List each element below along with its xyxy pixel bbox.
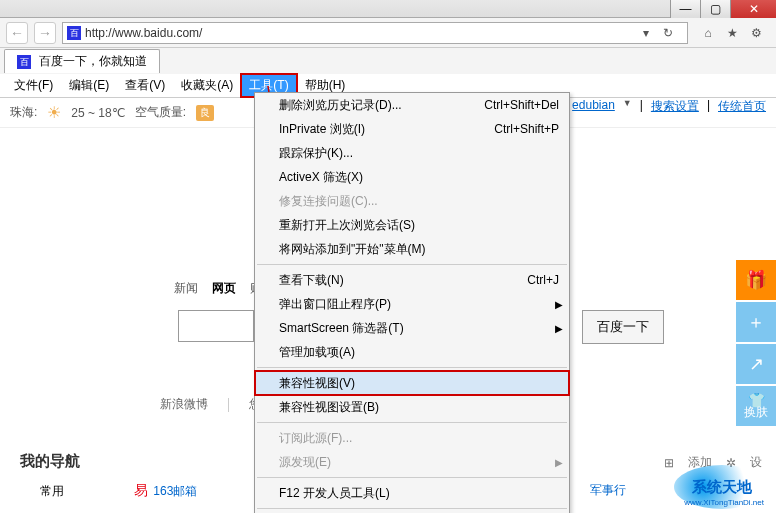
share-icon[interactable]: ↗ [736,344,776,384]
watermark-logo: 系统天地 www.XiTongTianDi.net [674,465,770,509]
gift-icon[interactable]: 🎁 [736,260,776,300]
side-panel: 🎁 ＋ ↗ 👕 换肤 [736,260,776,426]
maximize-button[interactable]: ▢ [700,0,730,18]
menu-item[interactable]: 重新打开上次浏览会话(S) [255,213,569,237]
nav-web[interactable]: 网页 [212,280,236,297]
search-input[interactable] [178,310,254,342]
submenu-arrow-icon: ▶ [555,323,563,334]
browser-toolbar-icons: ⌂ ★ ⚙ [694,25,770,41]
close-button[interactable]: ✕ [730,0,776,18]
url-text: http://www.baidu.com/ [85,26,643,40]
minimize-button[interactable]: — [670,0,700,18]
link-search-settings[interactable]: 搜索设置 [651,98,699,115]
menu-item-label: 重新打开上次浏览会话(S) [279,217,415,234]
menu-separator [257,508,567,509]
menu-item-label: 弹出窗口阻止程序(P) [279,296,391,313]
favorites-icon[interactable]: ★ [724,25,740,41]
dropdown-icon[interactable]: ▾ [643,26,663,40]
browser-tab[interactable]: 百 百度一下，你就知道 [4,49,160,73]
menu-view[interactable]: 查看(V) [117,74,173,97]
menu-item[interactable]: 管理加载项(A) [255,340,569,364]
window-titlebar: — ▢ ✕ [0,0,776,18]
menu-shortcut: Ctrl+Shift+Del [484,98,559,112]
menu-separator [257,422,567,423]
sina-weibo-label[interactable]: 新浪微博 [160,396,208,413]
menu-shortcut: Ctrl+J [527,273,559,287]
chevron-down-icon[interactable]: ▼ [623,98,632,115]
menu-item-label: InPrivate 浏览(I) [279,121,365,138]
menu-item-label: F12 开发人员工具(L) [279,485,390,502]
menu-item-label: 修复连接问题(C)... [279,193,378,210]
menu-item: 源发现(E)▶ [255,450,569,474]
menu-item: 修复连接问题(C)... [255,189,569,213]
menu-item-label: SmartScreen 筛选器(T) [279,320,404,337]
weibo-row: 新浪微博 您 [160,396,261,413]
settings-link[interactable]: 设 [750,454,762,471]
address-bar-area: ← → 百 http://www.baidu.com/ ▾ ↻ ⌂ ★ ⚙ [0,18,776,48]
plus-icon: ⊞ [664,456,674,470]
aqi-label: 空气质量: [135,104,186,121]
divider: | [707,98,710,115]
tools-dropdown: 删除浏览历史记录(D)...Ctrl+Shift+DelInPrivate 浏览… [254,92,570,513]
menu-file[interactable]: 文件(F) [6,74,61,97]
my-navigation-title: 我的导航 [20,452,80,471]
menu-item[interactable]: ActiveX 筛选(X) [255,165,569,189]
menu-item-label: 订阅此源(F)... [279,430,352,447]
menu-item-label: 删除浏览历史记录(D)... [279,97,402,114]
netease-icon: 易 [134,482,148,498]
submenu-arrow-icon: ▶ [555,457,563,468]
nav-news[interactable]: 新闻 [174,280,198,297]
link-edubian[interactable]: edubian [572,98,615,115]
shortcut-163mail[interactable]: 易 163邮箱 [134,482,197,500]
menu-separator [257,367,567,368]
menu-item[interactable]: InPrivate 浏览(I)Ctrl+Shift+P [255,117,569,141]
menu-item[interactable]: 将网站添加到"开始"菜单(M) [255,237,569,261]
address-bar[interactable]: 百 http://www.baidu.com/ ▾ ↻ [62,22,688,44]
menu-item[interactable]: 查看下载(N)Ctrl+J [255,268,569,292]
home-icon[interactable]: ⌂ [700,25,716,41]
menu-item[interactable]: 删除浏览历史记录(D)...Ctrl+Shift+Del [255,93,569,117]
menu-item-label: 源发现(E) [279,454,331,471]
submenu-arrow-icon: ▶ [555,299,563,310]
menu-item[interactable]: 兼容性视图设置(B) [255,395,569,419]
menu-edit[interactable]: 编辑(E) [61,74,117,97]
back-button[interactable]: ← [6,22,28,44]
search-button[interactable]: 百度一下 [582,310,664,344]
city-label: 珠海: [10,104,37,121]
divider: | [640,98,643,115]
search-area [178,310,254,342]
menu-shortcut: Ctrl+Shift+P [494,122,559,136]
menu-item-label: 查看下载(N) [279,272,344,289]
menu-separator [257,477,567,478]
menu-separator [257,264,567,265]
gear-icon[interactable]: ⚙ [748,25,764,41]
menu-item[interactable]: F12 开发人员工具(L) [255,481,569,505]
skin-button[interactable]: 👕 换肤 [736,386,776,426]
menu-favorites[interactable]: 收藏夹(A) [173,74,241,97]
shortcut-army[interactable]: 军事行 [590,482,626,499]
top-right-links: edubian ▼ | 搜索设置 | 传统首页 [572,98,766,115]
menu-item-label: 管理加载项(A) [279,344,355,361]
divider [228,398,229,412]
tab-title: 百度一下，你就知道 [39,53,147,70]
site-favicon: 百 [67,26,81,40]
shortcut-common[interactable]: 常用 [40,483,64,500]
menu-item[interactable]: 跟踪保护(K)... [255,141,569,165]
menu-item[interactable]: 兼容性视图(V) [255,371,569,395]
menu-item-label: 将网站添加到"开始"菜单(M) [279,241,426,258]
refresh-icon[interactable]: ↻ [663,26,683,40]
menu-item: 订阅此源(F)... [255,426,569,450]
menu-item[interactable]: 弹出窗口阻止程序(P)▶ [255,292,569,316]
nav-shortcuts: 常用 易 163邮箱 [40,482,197,500]
tab-strip: 百 百度一下，你就知道 [0,48,776,74]
menu-item[interactable]: SmartScreen 筛选器(T)▶ [255,316,569,340]
menu-item-label: 兼容性视图(V) [279,375,355,392]
sun-icon: ☀ [47,103,61,122]
menu-item-label: 跟踪保护(K)... [279,145,353,162]
forward-button[interactable]: → [34,22,56,44]
link-legacy-home[interactable]: 传统首页 [718,98,766,115]
tab-favicon: 百 [17,55,31,69]
aqi-badge: 良 [196,105,214,121]
temperature: 25 ~ 18℃ [71,106,124,120]
plus-icon[interactable]: ＋ [736,302,776,342]
